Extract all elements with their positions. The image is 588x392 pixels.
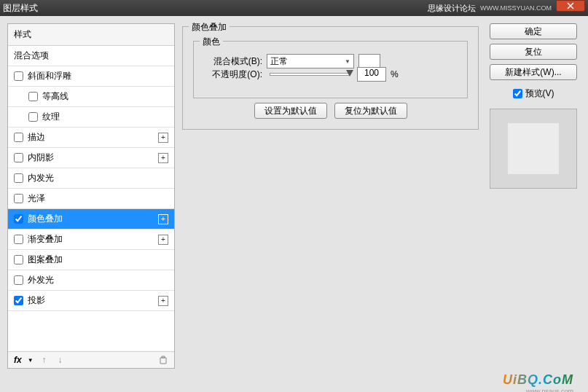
fx-label[interactable]: fx — [14, 355, 22, 365]
opacity-unit: % — [391, 69, 399, 79]
titlebar-right: 思缘设计论坛 WWW.MISSYUAN.COM — [428, 0, 585, 16]
dialog-content: 样式 混合选项 斜面和浮雕等高线纹理描边+内阴影+内发光光泽颜色叠加+渐变叠加+… — [0, 16, 588, 376]
style-item-label: 渐变叠加 — [28, 233, 63, 246]
style-item[interactable]: 光泽 — [8, 189, 174, 209]
preview-swatch — [508, 123, 559, 174]
plus-icon[interactable]: + — [158, 153, 168, 163]
opacity-label: 不透明度(O): — [204, 68, 262, 81]
style-checkbox[interactable] — [14, 255, 23, 264]
color-overlay-fieldset: 颜色叠加 颜色 混合模式(B): 正常 ▼ 不透明度(O): 100 — [182, 26, 479, 130]
preview-checkbox-row[interactable]: 预览(V) — [513, 87, 554, 100]
color-section-label: 颜色 — [200, 36, 223, 48]
move-down-icon[interactable]: ↓ — [55, 355, 66, 365]
plus-icon[interactable]: + — [158, 296, 168, 306]
style-checkbox[interactable] — [14, 194, 23, 203]
window-title: 图层样式 — [3, 2, 428, 15]
preview-label: 预览(V) — [525, 87, 554, 100]
color-fieldset: 颜色 混合模式(B): 正常 ▼ 不透明度(O): 100 % — [193, 41, 468, 98]
style-checkbox[interactable] — [28, 92, 38, 101]
panel-title: 颜色叠加 — [189, 21, 230, 34]
blend-mode-row: 混合模式(B): 正常 ▼ — [204, 54, 457, 68]
style-item[interactable]: 颜色叠加+ — [8, 209, 174, 230]
style-checkbox[interactable] — [14, 235, 23, 244]
style-checkbox[interactable] — [14, 275, 23, 285]
settings-panel: 颜色叠加 颜色 混合模式(B): 正常 ▼ 不透明度(O): 100 — [182, 23, 479, 369]
style-item-label: 内阴影 — [28, 152, 54, 164]
style-item[interactable]: 内发光 — [8, 168, 174, 189]
blending-options-item[interactable]: 混合选项 — [8, 46, 174, 66]
preview-box — [490, 109, 577, 189]
color-swatch[interactable] — [358, 54, 380, 68]
blend-mode-value: 正常 — [270, 55, 288, 68]
preview-checkbox[interactable] — [513, 89, 522, 98]
plus-icon[interactable]: + — [158, 214, 168, 224]
style-item-label: 投影 — [28, 294, 45, 307]
new-style-button[interactable]: 新建样式(W)... — [490, 64, 577, 80]
style-item-label: 内发光 — [28, 172, 54, 184]
move-up-icon[interactable]: ↑ — [39, 355, 50, 365]
titlebar-url: WWW.MISSYUAN.COM — [480, 4, 552, 12]
style-item-label: 斜面和浮雕 — [28, 70, 71, 82]
styles-footer: fx ▼ ↑ ↓ — [8, 351, 174, 368]
style-item[interactable]: 描边+ — [8, 128, 174, 148]
style-item-label: 等高线 — [42, 90, 68, 103]
slider-thumb-icon[interactable] — [346, 70, 353, 77]
close-icon — [567, 2, 574, 9]
default-buttons-row: 设置为默认值 复位为默认值 — [193, 103, 468, 119]
style-item[interactable]: 投影+ — [8, 291, 174, 311]
titlebar: 图层样式 思缘设计论坛 WWW.MISSYUAN.COM — [0, 0, 588, 16]
opacity-input[interactable]: 100 — [357, 67, 386, 82]
style-item[interactable]: 斜面和浮雕 — [8, 66, 174, 87]
style-item[interactable]: 渐变叠加+ — [8, 230, 174, 250]
plus-icon[interactable]: + — [158, 133, 168, 143]
blend-mode-select[interactable]: 正常 ▼ — [267, 54, 354, 68]
style-checkbox[interactable] — [14, 71, 23, 81]
blending-options-label: 混合选项 — [14, 50, 49, 62]
styles-panel: 样式 混合选项 斜面和浮雕等高线纹理描边+内阴影+内发光光泽颜色叠加+渐变叠加+… — [7, 23, 175, 369]
style-item[interactable]: 纹理 — [8, 107, 174, 128]
style-checkbox[interactable] — [14, 214, 23, 224]
reset-default-button[interactable]: 复位为默认值 — [334, 103, 407, 119]
plus-icon[interactable]: + — [158, 235, 168, 245]
set-default-button[interactable]: 设置为默认值 — [254, 103, 327, 119]
style-item-label: 图案叠加 — [28, 254, 63, 266]
chevron-down-icon: ▼ — [345, 58, 350, 65]
action-panel: 确定 复位 新建样式(W)... 预览(V) — [486, 23, 581, 369]
styles-header: 样式 — [8, 24, 174, 46]
opacity-slider[interactable] — [270, 73, 350, 76]
trash-icon[interactable] — [158, 355, 168, 365]
style-item-label: 光泽 — [28, 192, 45, 205]
watermark: UiBQ.CoM — [503, 372, 573, 388]
style-item[interactable]: 外发光 — [8, 270, 174, 291]
style-item-label: 外发光 — [28, 274, 54, 286]
style-item[interactable]: 等高线 — [8, 87, 174, 107]
style-item[interactable]: 图案叠加 — [8, 250, 174, 270]
close-button[interactable] — [556, 0, 585, 12]
style-checkbox[interactable] — [14, 173, 23, 183]
style-item-label: 颜色叠加 — [28, 213, 63, 225]
opacity-row: 不透明度(O): 100 % — [204, 67, 457, 82]
titlebar-credit: 思缘设计论坛 — [428, 3, 476, 14]
style-checkbox[interactable] — [14, 133, 23, 142]
blend-mode-label: 混合模式(B): — [204, 55, 262, 68]
style-item-label: 描边 — [28, 131, 45, 144]
style-item[interactable]: 内阴影+ — [8, 148, 174, 168]
style-checkbox[interactable] — [28, 112, 38, 122]
cancel-button[interactable]: 复位 — [490, 44, 577, 60]
style-checkbox[interactable] — [14, 296, 23, 305]
style-item-label: 纹理 — [42, 111, 60, 123]
ok-button[interactable]: 确定 — [490, 23, 577, 39]
watermark-sub: www.psaus.com — [526, 388, 573, 392]
style-checkbox[interactable] — [14, 153, 23, 162]
